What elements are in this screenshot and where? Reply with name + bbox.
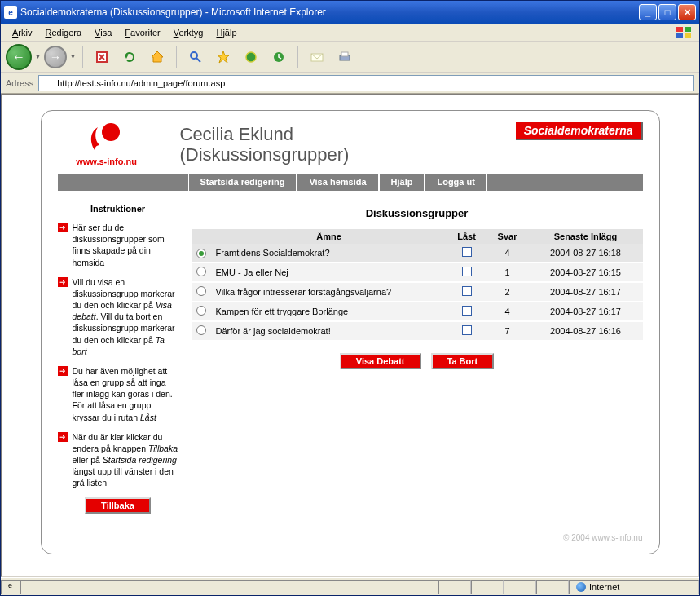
main-heading: Diskussionsgrupper: [192, 207, 643, 219]
forward-button[interactable]: →: [44, 46, 67, 68]
instruction-item: ➜Här ser du de diskussionsgrupper som fi…: [58, 222, 178, 268]
row-replies: 2: [486, 282, 529, 302]
menu-favoriter[interactable]: Favoriter: [118, 26, 166, 39]
media-button[interactable]: [239, 45, 263, 69]
mail-button[interactable]: [305, 45, 329, 69]
svg-line-10: [196, 58, 200, 62]
back-button[interactable]: ←: [6, 44, 32, 70]
menubar: ArkivRedigeraVisaFavoriterVerktygHjälp: [1, 24, 699, 42]
row-replies: 4: [486, 244, 529, 263]
row-topic[interactable]: Framtidens Socialdemokrat?: [211, 244, 447, 263]
minimize-button[interactable]: _: [639, 4, 657, 20]
svg-rect-17: [341, 52, 348, 56]
forum-table: Ämne Låst Svar Senaste Inlägg Framtidens…: [192, 229, 643, 342]
row-latest: 2004-08-27 16:17: [529, 302, 643, 321]
page-footer: © 2004 www.s-info.nu: [58, 533, 643, 542]
ie-status-icon: e: [8, 581, 13, 593]
svg-marker-8: [152, 51, 163, 62]
address-input[interactable]: [38, 75, 694, 91]
row-latest: 2004-08-27 16:18: [529, 244, 643, 263]
row-radio[interactable]: [196, 267, 206, 276]
statusbar: e Internet: [1, 577, 699, 595]
row-replies: 4: [486, 302, 529, 321]
row-replies: 1: [486, 263, 529, 282]
history-button[interactable]: [266, 45, 291, 69]
arrow-icon: ➜: [58, 277, 68, 287]
table-row: Kampen för ett tryggare Borlänge42004-08…: [192, 302, 643, 321]
nav-startsida-redigering[interactable]: Startsida redigering: [188, 174, 297, 191]
instruction-text: När du är klar klickar du endera på knap…: [73, 431, 178, 489]
row-locked-checkbox[interactable]: [462, 247, 472, 257]
view-debate-button[interactable]: Visa Debatt: [340, 353, 421, 369]
main-panel: Diskussionsgrupper Ämne Låst Svar Senast…: [188, 197, 643, 514]
menu-hjälp[interactable]: Hjälp: [209, 26, 243, 39]
stop-button[interactable]: [90, 45, 114, 69]
menu-verktyg[interactable]: Verktyg: [167, 26, 210, 39]
row-radio[interactable]: [196, 249, 206, 258]
nav-logga-ut[interactable]: Logga ut: [425, 174, 486, 191]
sidebar: Instruktioner ➜Här ser du de diskussions…: [58, 197, 188, 514]
arrow-icon: ➜: [58, 366, 68, 376]
row-topic[interactable]: EMU - Ja eller Nej: [211, 263, 447, 282]
menu-visa[interactable]: Visa: [88, 26, 118, 39]
print-button[interactable]: [332, 45, 357, 69]
admin-nav: Startsida redigeringVisa hemsidaHjälpLog…: [58, 174, 643, 191]
favorites-button[interactable]: [211, 45, 236, 69]
svg-rect-2: [676, 33, 683, 38]
refresh-button[interactable]: [117, 45, 142, 69]
col-locked: Låst: [447, 229, 486, 244]
search-button[interactable]: [183, 45, 208, 69]
address-label: Adress: [6, 78, 33, 88]
row-locked-checkbox[interactable]: [462, 286, 472, 296]
svg-point-18: [102, 123, 120, 141]
page-card: Socialdemokraterna www.s-info.nu Cecilia…: [41, 110, 660, 554]
instruction-item: ➜När du är klar klickar du endera på kna…: [58, 431, 178, 489]
instruction-item: ➜Vill du visa en diskussionsgrupp marker…: [58, 276, 178, 357]
menu-redigera[interactable]: Redigera: [38, 26, 88, 39]
table-row: Därför är jag socialdemokrat!72004-08-27…: [192, 321, 643, 341]
arrow-icon: ➜: [58, 432, 68, 442]
arrow-icon: ➜: [58, 223, 68, 232]
row-radio[interactable]: [196, 325, 206, 335]
security-zone: Internet: [569, 580, 699, 594]
instruction-text: Du har även möjlighet att låsa en grupp …: [73, 365, 178, 423]
row-locked-checkbox[interactable]: [462, 306, 472, 316]
table-row: Framtidens Socialdemokrat?42004-08-27 16…: [192, 244, 643, 263]
instruction-text: Vill du visa en diskussionsgrupp markera…: [73, 276, 178, 357]
separator: [176, 46, 177, 68]
home-button[interactable]: [145, 45, 169, 69]
status-message: [20, 580, 438, 594]
separator: [82, 46, 83, 68]
page-title: Cecilia Eklund (Diskussionsgrupper): [180, 124, 350, 166]
sidebar-heading: Instruktioner: [58, 204, 178, 214]
row-topic[interactable]: Därför är jag socialdemokrat!: [211, 321, 447, 341]
close-button[interactable]: ✕: [678, 4, 696, 20]
row-topic[interactable]: Kampen för ett tryggare Borlänge: [211, 302, 447, 321]
rose-logo-icon: [86, 121, 127, 157]
nav-hjälp[interactable]: Hjälp: [379, 174, 425, 191]
row-radio[interactable]: [196, 306, 206, 316]
row-replies: 7: [486, 321, 529, 341]
toolbar: ← ▼ → ▼: [1, 42, 699, 73]
ie-icon: e: [4, 6, 17, 19]
table-row: Vilka frågor intresserar förstagångsvälj…: [192, 282, 643, 302]
back-dropdown-icon[interactable]: ▼: [35, 54, 41, 60]
menu-arkiv[interactable]: Arkiv: [6, 26, 38, 39]
back-page-button[interactable]: Tillbaka: [85, 497, 151, 514]
windows-flag-icon: [675, 25, 694, 40]
site-url: www.s-info.nu: [58, 157, 156, 166]
brand-badge: Socialdemokraterna: [516, 122, 643, 140]
maximize-button[interactable]: □: [658, 4, 676, 20]
forward-dropdown-icon[interactable]: ▼: [70, 54, 76, 60]
row-locked-checkbox[interactable]: [462, 267, 472, 276]
row-topic[interactable]: Vilka frågor intresserar förstagångsvälj…: [211, 282, 447, 302]
zone-label: Internet: [589, 582, 619, 592]
row-locked-checkbox[interactable]: [462, 325, 472, 335]
delete-button[interactable]: Ta Bort: [431, 353, 495, 369]
row-radio[interactable]: [196, 286, 206, 296]
separator: [297, 46, 298, 68]
col-topic: Ämne: [211, 229, 447, 244]
nav-visa-hemsida[interactable]: Visa hemsida: [297, 174, 378, 191]
table-row: EMU - Ja eller Nej12004-08-27 16:15: [192, 263, 643, 282]
page-title-line2: (Diskussionsgrupper): [180, 144, 350, 165]
